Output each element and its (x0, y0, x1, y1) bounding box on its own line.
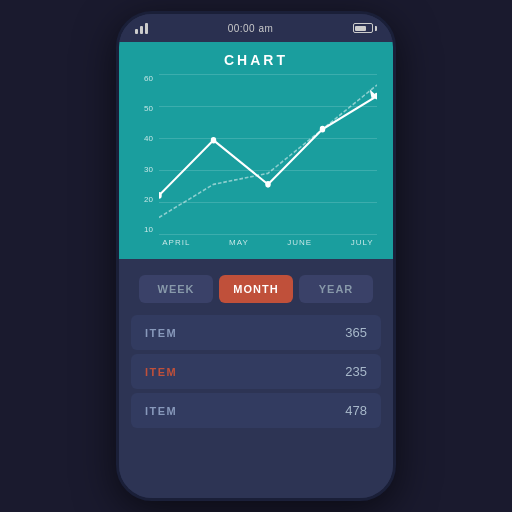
x-label-april: APRIL (162, 238, 190, 247)
chart-area: 60 50 40 30 20 10 (135, 74, 377, 234)
chart-svg (159, 74, 377, 234)
x-label-july: JULY (351, 238, 374, 247)
bottom-spacer (119, 490, 393, 498)
y-label-60: 60 (135, 74, 153, 83)
y-label-10: 10 (135, 225, 153, 234)
status-time: 00:00 am (228, 23, 274, 34)
list-item-1-value: 365 (345, 325, 367, 340)
list-item-2-value: 235 (345, 364, 367, 379)
y-label-30: 30 (135, 165, 153, 174)
list-item-1-label: ITEM (145, 327, 177, 339)
month-tab[interactable]: MONTH (219, 275, 293, 303)
signal-icon (135, 23, 148, 34)
battery-icon (353, 23, 377, 33)
x-label-june: JUNE (287, 238, 312, 247)
y-axis: 60 50 40 30 20 10 (135, 74, 157, 234)
chart-section: CHART 60 50 40 30 20 10 (119, 42, 393, 259)
list-item-2-label: ITEM (145, 366, 177, 378)
y-label-20: 20 (135, 195, 153, 204)
x-label-may: MAY (229, 238, 249, 247)
phone-frame: 00:00 am CHART 60 50 40 30 20 10 (116, 11, 396, 501)
svg-point-2 (211, 137, 216, 144)
status-bar: 00:00 am (119, 14, 393, 42)
x-axis: APRIL MAY JUNE JULY (143, 234, 393, 247)
svg-point-4 (320, 126, 325, 133)
y-label-50: 50 (135, 104, 153, 113)
chart-title: CHART (119, 42, 393, 74)
year-tab[interactable]: YEAR (299, 275, 373, 303)
tab-group: WEEK MONTH YEAR (139, 275, 373, 303)
list-item-2: ITEM 235 (131, 354, 381, 389)
list-item-3: ITEM 478 (131, 393, 381, 428)
list-item-3-label: ITEM (145, 405, 177, 417)
list-item-3-value: 478 (345, 403, 367, 418)
svg-point-3 (265, 181, 270, 188)
list-section: ITEM 365 ITEM 235 ITEM 478 (119, 315, 393, 490)
y-label-40: 40 (135, 134, 153, 143)
week-tab[interactable]: WEEK (139, 275, 213, 303)
list-item-1: ITEM 365 (131, 315, 381, 350)
controls-section: WEEK MONTH YEAR (119, 259, 393, 315)
